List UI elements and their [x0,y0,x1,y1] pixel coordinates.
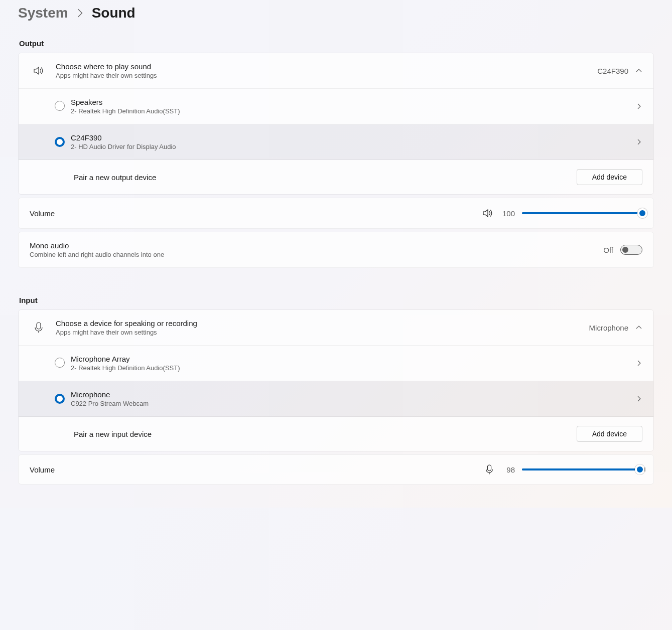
input-pair-row: Pair a new input device Add device [19,417,653,451]
mono-audio-row: Mono audio Combine left and right audio … [18,232,654,268]
mono-audio-subtitle: Combine left and right audio channels in… [30,251,603,258]
output-chooser-value: C24F390 [597,67,628,75]
output-chooser-subtitle: Apps might have their own settings [56,72,597,79]
speaker-icon [30,65,48,77]
output-volume-row: Volume 100 [18,198,654,229]
input-section-label: Input [19,296,654,304]
input-device-row[interactable]: Microphone C922 Pro Stream Webcam [19,381,653,417]
output-device-driver: 2- HD Audio Driver for Display Audio [71,143,635,150]
input-pair-label: Pair a new input device [74,430,577,438]
page-title: Sound [92,5,136,21]
chevron-right-icon[interactable] [635,103,642,110]
output-device-row[interactable]: Speakers 2- Realtek High Definition Audi… [19,89,653,124]
svg-rect-0 [37,323,41,329]
input-chooser-value: Microphone [589,324,628,332]
output-device-driver: 2- Realtek High Definition Audio(SST) [71,107,635,115]
radio-unchecked[interactable] [55,358,65,369]
input-device-driver: C922 Pro Stream Webcam [71,400,635,407]
input-chooser-subtitle: Apps might have their own settings [56,329,589,336]
input-chooser-row[interactable]: Choose a device for speaking or recordin… [19,310,653,346]
radio-unchecked[interactable] [55,101,65,112]
input-volume-slider[interactable] [522,468,642,470]
input-device-driver: 2- Realtek High Definition Audio(SST) [71,364,635,372]
chevron-right-icon[interactable] [635,395,642,402]
output-volume-value: 100 [501,209,515,218]
input-device-name: Microphone [71,390,635,399]
radio-checked[interactable] [55,394,65,404]
output-pair-row: Pair a new output device Add device [19,160,653,194]
input-volume-label: Volume [30,465,485,474]
chevron-right-icon[interactable] [635,360,642,367]
input-chooser-group: Choose a device for speaking or recordin… [18,309,654,451]
output-chooser-group: Choose where to play sound Apps might ha… [18,53,654,195]
add-output-device-button[interactable]: Add device [577,169,642,185]
add-input-device-button[interactable]: Add device [577,426,642,442]
mono-audio-title: Mono audio [30,241,603,250]
output-device-name: C24F390 [71,133,635,142]
input-device-row[interactable]: Microphone Array 2- Realtek High Definit… [19,346,653,381]
input-volume-row: Volume 98 [18,454,654,485]
chevron-right-icon[interactable] [635,138,642,145]
output-chooser-title: Choose where to play sound [56,62,597,71]
chevron-up-icon [635,67,642,74]
chevron-up-icon [635,324,642,331]
output-device-row[interactable]: C24F390 2- HD Audio Driver for Display A… [19,124,653,160]
mono-audio-toggle[interactable] [620,245,642,255]
microphone-icon [485,464,494,475]
output-device-name: Speakers [71,98,635,106]
breadcrumb: System Sound [18,5,654,21]
output-pair-label: Pair a new output device [74,173,577,182]
chevron-right-icon [77,9,83,18]
radio-checked[interactable] [55,137,65,147]
speaker-icon [482,207,494,219]
input-chooser-title: Choose a device for speaking or recordin… [56,319,589,328]
output-section-label: Output [19,39,654,48]
output-volume-slider[interactable] [522,212,642,214]
breadcrumb-parent[interactable]: System [18,5,68,21]
input-device-name: Microphone Array [71,355,635,363]
output-chooser-row[interactable]: Choose where to play sound Apps might ha… [19,53,653,89]
input-volume-value: 98 [501,465,515,474]
microphone-icon [30,322,48,334]
output-volume-label: Volume [30,209,482,218]
svg-rect-1 [487,465,491,471]
mono-audio-state: Off [603,246,613,254]
